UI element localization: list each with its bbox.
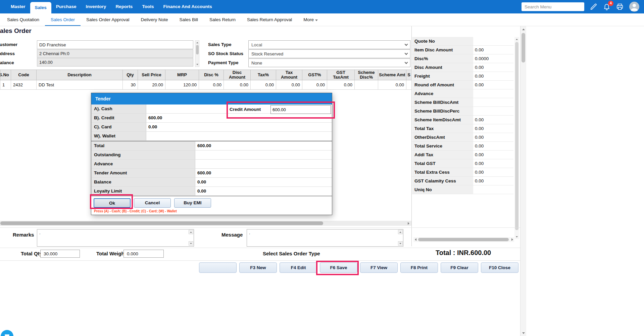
tab-more[interactable]: More xyxy=(298,13,324,26)
scrollbar-thumb[interactable] xyxy=(0,221,323,225)
scroll-left-icon[interactable] xyxy=(414,238,417,241)
panel-vertical-scrollbar[interactable] xyxy=(514,37,519,239)
summary-row-quote-no[interactable]: Quote No xyxy=(412,37,513,46)
menu-tools[interactable]: Tools xyxy=(137,0,158,13)
col-gst-pct[interactable]: GST% xyxy=(302,70,327,80)
col-tax-pct[interactable]: Tax% xyxy=(251,70,276,80)
scroll-down-icon[interactable] xyxy=(195,63,199,66)
panel-horizontal-scrollbar[interactable] xyxy=(413,237,514,242)
scroll-down-icon[interactable] xyxy=(514,235,519,239)
tab-delivery-note[interactable]: Delivery Note xyxy=(135,13,174,26)
scroll-up-icon[interactable] xyxy=(521,27,526,31)
col-code[interactable]: Code xyxy=(11,70,37,80)
tab-sales-quotation[interactable]: Sales Quotation xyxy=(1,13,45,26)
col-sno[interactable]: S.No xyxy=(0,70,11,80)
total-weight-input[interactable] xyxy=(123,250,164,258)
tender-row-card[interactable]: C). Card0.00 xyxy=(91,123,332,132)
menu-sales[interactable]: Sales xyxy=(30,2,51,13)
spin-up-icon[interactable] xyxy=(398,230,403,234)
summary-row-otherdiscamt[interactable]: OtherDiscAmt0.00 xyxy=(412,133,513,142)
summary-row-addl-tax[interactable]: Addl Tax0.00 xyxy=(412,151,513,159)
summary-row-total-tax[interactable]: Total Tax0.00 xyxy=(412,124,513,133)
col-disc-pct[interactable]: Disc % xyxy=(199,70,224,80)
customer-input[interactable] xyxy=(37,40,193,49)
summary-row-total-service[interactable]: Total Service0.00 xyxy=(412,142,513,151)
footer-blank-button[interactable] xyxy=(199,262,237,273)
spin-up-icon[interactable] xyxy=(189,230,193,234)
message-textarea[interactable]: . xyxy=(247,229,403,247)
tab-sales-bill[interactable]: Sales Bill xyxy=(174,13,204,26)
summary-row-item-disc-amount[interactable]: Item Disc Amount0.00 xyxy=(412,46,513,54)
summary-row-scheme-itemdiscamt[interactable]: Scheme ItemDiscAmt0.00 xyxy=(412,116,513,124)
pen-icon[interactable] xyxy=(590,3,597,10)
col-disc-amount[interactable]: Disc Amount xyxy=(224,70,251,80)
summary-row-scheme-billdiscamt[interactable]: Scheme BillDiscAmt xyxy=(412,98,513,107)
col-scheme-disc[interactable]: Scheme Disc% xyxy=(355,70,378,80)
menu-reports[interactable]: Reports xyxy=(111,0,137,13)
summary-row-freight[interactable]: Freight0.00 xyxy=(412,72,513,81)
col-qty[interactable]: Qty xyxy=(123,70,138,80)
summary-row-disc-pct[interactable]: Disc%0.0000 xyxy=(412,54,513,63)
scroll-right-icon[interactable] xyxy=(510,238,514,241)
menu-master[interactable]: Master xyxy=(6,0,30,13)
chat-fab[interactable] xyxy=(1,330,13,336)
menu-purchase[interactable]: Purchase xyxy=(51,0,81,13)
main-vertical-scrollbar[interactable] xyxy=(520,26,526,336)
summary-row-gst-calamity-cess[interactable]: GST Calamity Cess0.00 xyxy=(412,177,513,185)
col-description[interactable]: Description xyxy=(37,70,123,80)
scrollbar-thumb[interactable] xyxy=(196,45,199,54)
menu-finance-accounts[interactable]: Finance And Accounts xyxy=(158,0,216,13)
sales-type-select[interactable]: Local xyxy=(248,40,410,49)
bell-icon[interactable]: 4 xyxy=(603,3,610,10)
tab-sales-return[interactable]: Sales Return xyxy=(204,13,241,26)
spin-down-icon[interactable] xyxy=(189,241,193,246)
col-scheme-amt[interactable]: Scheme Amt xyxy=(378,70,406,80)
summary-row-round-off[interactable]: Round off Amount0.00 xyxy=(412,81,513,89)
summary-row-total-gst[interactable]: Total GST0.00 xyxy=(412,159,513,168)
scrollbar-thumb[interactable] xyxy=(515,42,518,230)
f10-close-button[interactable]: F10 Close xyxy=(481,262,518,273)
f8-print-button[interactable]: F8 Print xyxy=(400,262,438,273)
summary-row-advance[interactable]: Advance xyxy=(412,89,513,98)
total-qty-input[interactable] xyxy=(40,250,80,258)
col-sell-price[interactable]: Sell Price xyxy=(138,70,165,80)
ok-button[interactable]: Ok xyxy=(94,198,131,208)
tender-row-wallet[interactable]: W). Wallet xyxy=(91,132,332,141)
spin-down-icon[interactable] xyxy=(398,241,403,246)
scroll-down-icon[interactable] xyxy=(521,331,526,335)
tab-sales-order-approval[interactable]: Sales Order Approval xyxy=(81,13,135,26)
tab-sales-order[interactable]: Sales Order xyxy=(45,13,81,26)
table-row[interactable]: 1 2432 DD Test 30 20.00 120.00 0.00 0.00… xyxy=(0,80,412,90)
f6-save-button[interactable]: F6 Save xyxy=(320,262,357,273)
summary-row-disc-amount[interactable]: Disc Amount0.00 xyxy=(412,63,513,72)
col-tax-amount[interactable]: Tax Amount xyxy=(276,70,302,80)
customer-form-scrollbar[interactable] xyxy=(195,40,199,67)
remarks-textarea[interactable]: . xyxy=(37,229,194,247)
col-gst-taxamt[interactable]: GST TaxAmt xyxy=(327,70,355,80)
f3-new-button[interactable]: F3 New xyxy=(239,262,277,273)
summary-row-scheme-billdiscperc[interactable]: Scheme BillDiscPerc xyxy=(412,107,513,116)
credit-amount-input[interactable] xyxy=(270,105,331,114)
f9-clear-button[interactable]: F9 Clear xyxy=(441,262,478,273)
main-horizontal-scrollbar[interactable] xyxy=(0,221,411,226)
search-input[interactable] xyxy=(522,2,584,11)
tab-sales-return-approval[interactable]: Sales Return Approval xyxy=(241,13,298,26)
so-stock-status-select[interactable]: Stock Reserved xyxy=(248,49,410,58)
f7-view-button[interactable]: F7 View xyxy=(360,262,398,273)
scrollbar-thumb[interactable] xyxy=(522,33,525,62)
summary-row-total-extra-cess[interactable]: Total Extra Cess0.00 xyxy=(412,168,513,177)
summary-row-uniq-no[interactable]: Uniq No xyxy=(412,185,513,194)
payment-type-select[interactable]: None xyxy=(248,58,410,67)
col-mrp[interactable]: MRP xyxy=(165,70,199,80)
buy-emi-button[interactable]: Buy EMI xyxy=(174,198,211,208)
scrollbar-thumb[interactable] xyxy=(418,238,509,241)
scroll-up-icon[interactable] xyxy=(195,41,199,44)
scroll-right-icon[interactable] xyxy=(407,222,410,225)
menu-inventory[interactable]: Inventory xyxy=(81,0,111,13)
avatar[interactable] xyxy=(629,2,639,12)
scroll-up-icon[interactable] xyxy=(514,38,519,41)
printer-icon[interactable] xyxy=(616,3,624,10)
f4-edit-button[interactable]: F4 Edit xyxy=(280,262,317,273)
cancel-button[interactable]: Cancel xyxy=(134,198,171,208)
tender-row-credit[interactable]: B). Credit600.00 xyxy=(91,114,332,123)
